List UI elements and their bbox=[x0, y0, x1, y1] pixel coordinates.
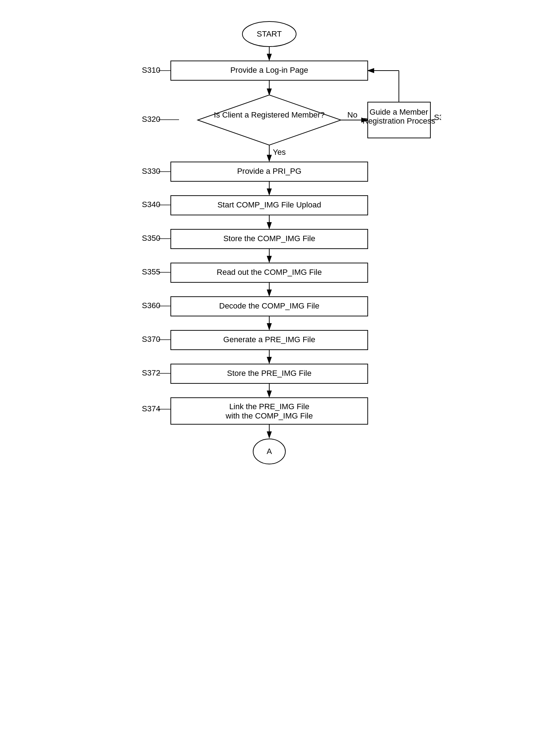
start-node: START bbox=[242, 21, 296, 47]
s340-node: S340 Start COMP_IMG File Upload bbox=[142, 196, 368, 215]
s360-node: S360 Decode the COMP_IMG File bbox=[142, 297, 368, 316]
svg-text:Registration Process: Registration Process bbox=[363, 116, 435, 125]
s372-node: S372 Store the PRE_IMG File bbox=[142, 364, 368, 383]
svg-text:Is Client a Registered Member?: Is Client a Registered Member? bbox=[214, 110, 324, 119]
svg-text:S355: S355 bbox=[142, 267, 160, 276]
svg-text:S340: S340 bbox=[142, 200, 160, 209]
svg-text:Provide a PRI_PG: Provide a PRI_PG bbox=[237, 167, 301, 176]
svg-text:S325: S325 bbox=[434, 113, 441, 122]
svg-text:Store the COMP_IMG File: Store the COMP_IMG File bbox=[223, 234, 315, 243]
svg-text:S310: S310 bbox=[142, 66, 160, 75]
svg-text:Provide a Log-in Page: Provide a Log-in Page bbox=[230, 66, 308, 75]
svg-text:Link the PRE_IMG File: Link the PRE_IMG File bbox=[229, 402, 309, 411]
flowchart-container: START S310 Provide a Log-in Page S320 Is… bbox=[119, 14, 441, 731]
svg-text:S370: S370 bbox=[142, 335, 160, 344]
svg-text:S360: S360 bbox=[142, 301, 160, 310]
s310-node: S310 Provide a Log-in Page bbox=[142, 61, 368, 80]
s374-node: S374 Link the PRE_IMG File with the COMP… bbox=[142, 398, 368, 424]
svg-text:S372: S372 bbox=[142, 368, 160, 377]
svg-text:START: START bbox=[257, 29, 282, 38]
yes-label: Yes bbox=[273, 148, 286, 157]
s350-node: S350 Store the COMP_IMG File bbox=[142, 229, 368, 249]
svg-text:Read out the COMP_IMG File: Read out the COMP_IMG File bbox=[217, 268, 322, 277]
svg-text:Decode the COMP_IMG File: Decode the COMP_IMG File bbox=[219, 301, 319, 310]
svg-text:S320: S320 bbox=[142, 115, 160, 124]
svg-text:Store the PRE_IMG File: Store the PRE_IMG File bbox=[227, 369, 312, 378]
flowchart-svg: START S310 Provide a Log-in Page S320 Is… bbox=[119, 14, 441, 731]
svg-text:S330: S330 bbox=[142, 167, 160, 176]
s370-node: S370 Generate a PRE_IMG File bbox=[142, 330, 368, 350]
no-label: No bbox=[347, 110, 357, 119]
s330-node: S330 Provide a PRI_PG bbox=[142, 162, 368, 181]
svg-text:Guide a Member: Guide a Member bbox=[370, 107, 428, 116]
svg-text:Generate a PRE_IMG File: Generate a PRE_IMG File bbox=[223, 335, 315, 344]
svg-text:A: A bbox=[267, 447, 272, 456]
svg-text:Start COMP_IMG File Upload: Start COMP_IMG File Upload bbox=[217, 200, 321, 209]
svg-text:S350: S350 bbox=[142, 234, 160, 243]
end-node: A bbox=[253, 439, 285, 464]
s355-node: S355 Read out the COMP_IMG File bbox=[142, 263, 368, 282]
s325-node: Guide a Member Registration Process S325 bbox=[363, 102, 441, 138]
svg-text:with the COMP_IMG File: with the COMP_IMG File bbox=[225, 411, 313, 420]
svg-text:S374: S374 bbox=[142, 404, 160, 413]
s320-node: S320 Is Client a Registered Member? bbox=[142, 95, 341, 145]
svg-marker-9 bbox=[198, 95, 341, 145]
